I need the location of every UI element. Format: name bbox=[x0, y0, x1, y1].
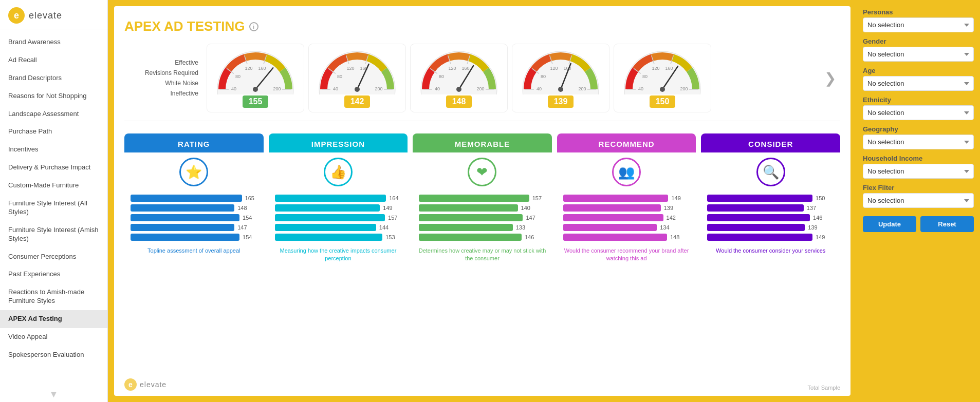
bar-row-recommend-0: 149 bbox=[563, 195, 690, 202]
filter-select-ethnicity[interactable]: No selection bbox=[863, 105, 974, 120]
bar-label-rating-0: 165 bbox=[245, 195, 257, 201]
bar-row-memorable-0: 157 bbox=[419, 195, 546, 202]
sidebar-item-reactions-to-amish-made-furniture-styles[interactable]: Reactions to Amish-made Furniture Styles bbox=[0, 283, 107, 310]
info-icon[interactable]: i bbox=[249, 22, 258, 31]
svg-point-13 bbox=[253, 87, 258, 92]
update-button[interactable]: Update bbox=[863, 216, 916, 232]
card-bars-consider: 150137146139149 bbox=[701, 192, 840, 244]
filter-select-flex_filter[interactable]: No selection bbox=[863, 193, 974, 208]
score-card-recommend: RECOMMEND👥149139142134148Would the consu… bbox=[557, 133, 696, 268]
card-icon-circle-consider: 🔍 bbox=[756, 158, 785, 186]
reset-button[interactable]: Reset bbox=[920, 216, 974, 232]
sidebar-item-video-appeal[interactable]: Video Appeal bbox=[0, 328, 107, 346]
card-icon-circle-impression: 👍 bbox=[324, 158, 353, 186]
bar-impression-2 bbox=[275, 214, 385, 221]
bar-label-impression-4: 153 bbox=[385, 234, 398, 240]
svg-text:80: 80 bbox=[439, 74, 444, 79]
filter-label-geography: Geography bbox=[863, 125, 974, 133]
svg-text:120: 120 bbox=[347, 66, 355, 71]
sidebar-item-consumer-perceptions[interactable]: Consumer Perceptions bbox=[0, 248, 107, 266]
filter-select-gender[interactable]: No selection bbox=[863, 47, 974, 62]
sidebar-item-furniture-style-interest-(all-styles)[interactable]: Furniture Style Interest (All Styles) bbox=[0, 195, 107, 221]
filter-label-household_income: Household Income bbox=[863, 155, 974, 162]
svg-text:120: 120 bbox=[652, 66, 660, 71]
gauge-card-4: 4080120160200 150 bbox=[614, 44, 711, 112]
bottom-logo-name: elevate bbox=[140, 380, 167, 389]
svg-text:40: 40 bbox=[537, 86, 542, 91]
bar-row-rating-1: 148 bbox=[131, 204, 257, 212]
svg-text:160: 160 bbox=[461, 66, 469, 71]
content-panel: APEX AD TESTING i Effective Revisions Re… bbox=[114, 6, 850, 396]
next-arrow[interactable]: ❯ bbox=[820, 70, 840, 87]
svg-text:80: 80 bbox=[337, 74, 342, 79]
bar-row-consider-0: 150 bbox=[707, 195, 834, 202]
bar-label-memorable-0: 157 bbox=[532, 195, 545, 201]
gauge-card-0: 4080120160200 155 bbox=[207, 44, 304, 112]
filter-select-geography[interactable]: No selection bbox=[863, 135, 974, 149]
filter-group-age: AgeNo selection bbox=[863, 67, 974, 91]
sidebar-item-delivery-&-purchase-impact[interactable]: Delivery & Purchase Impact bbox=[0, 159, 107, 177]
bar-recommend-1 bbox=[563, 204, 661, 212]
score-cards: RATING⭐165148154147154Topline assessment… bbox=[124, 133, 840, 268]
bar-consider-3 bbox=[707, 224, 805, 231]
bar-label-consider-2: 146 bbox=[813, 215, 825, 221]
bar-row-rating-0: 165 bbox=[131, 195, 257, 202]
gauge-value-3: 139 bbox=[548, 95, 574, 108]
bar-row-impression-3: 144 bbox=[275, 224, 402, 231]
svg-text:80: 80 bbox=[642, 74, 648, 79]
filter-select-age[interactable]: No selection bbox=[863, 76, 974, 91]
sidebar-item-spokesperson-evaluation[interactable]: Spokesperson Evaluation bbox=[0, 346, 107, 364]
legend-revisions: Revisions Required bbox=[124, 69, 198, 76]
card-icon-impression: 👍 bbox=[269, 152, 408, 192]
bar-label-consider-1: 137 bbox=[807, 205, 819, 211]
sidebar-item-apex-ad-testing[interactable]: APEX Ad Testing bbox=[0, 310, 107, 328]
filter-label-gender: Gender bbox=[863, 37, 974, 45]
sidebar-item-landscape-assessment[interactable]: Landscape Assessment bbox=[0, 105, 107, 123]
bar-label-rating-4: 154 bbox=[243, 234, 255, 240]
svg-text:200: 200 bbox=[476, 86, 484, 91]
bar-row-memorable-2: 147 bbox=[419, 214, 546, 221]
card-bars-memorable: 157140147133146 bbox=[413, 192, 552, 244]
sidebar-item-brand-descriptors[interactable]: Brand Descriptors bbox=[0, 69, 107, 87]
bar-label-consider-0: 150 bbox=[816, 195, 828, 201]
sidebar-item-ad-recall[interactable]: Ad Recall bbox=[0, 51, 107, 69]
sidebar-item-past-experiences[interactable]: Past Experiences bbox=[0, 265, 107, 283]
bar-label-impression-2: 157 bbox=[388, 215, 400, 221]
svg-text:200: 200 bbox=[273, 86, 281, 91]
card-desc-rating: Topline assessment of overall appeal bbox=[124, 244, 264, 260]
svg-text:200: 200 bbox=[375, 86, 382, 91]
bar-recommend-3 bbox=[563, 224, 657, 231]
card-header-consider: CONSIDER bbox=[701, 133, 840, 152]
bar-label-recommend-4: 148 bbox=[670, 234, 682, 240]
bar-rating-0 bbox=[131, 195, 242, 202]
svg-text:120: 120 bbox=[245, 66, 253, 71]
svg-point-27 bbox=[355, 87, 360, 92]
sidebar-item-custom-made-furniture[interactable]: Custom-Made Furniture bbox=[0, 177, 107, 195]
sidebar-item-furniture-style-interest-(amish-styles)[interactable]: Furniture Style Interest (Amish Styles) bbox=[0, 221, 107, 248]
page-title-text: APEX AD TESTING bbox=[124, 18, 245, 34]
legend-white-noise: White Noise bbox=[124, 80, 198, 87]
card-icon-memorable: ❤ bbox=[413, 152, 552, 192]
sidebar-item-purchase-path[interactable]: Purchase Path bbox=[0, 123, 107, 141]
filter-select-personas[interactable]: No selection bbox=[863, 17, 974, 32]
sidebar-item-reasons-for-not-shopping[interactable]: Reasons for Not Shopping bbox=[0, 87, 107, 105]
bar-row-impression-0: 164 bbox=[275, 195, 402, 202]
logo-icon: e bbox=[8, 7, 25, 24]
bar-row-rating-4: 154 bbox=[131, 234, 257, 241]
svg-text:120: 120 bbox=[550, 66, 558, 71]
card-header-impression: IMPRESSION bbox=[269, 133, 408, 152]
card-desc-impression: Measuring how the creative impacts consu… bbox=[269, 244, 408, 268]
bar-label-memorable-3: 133 bbox=[516, 224, 528, 231]
sidebar-item-incentives[interactable]: Incentives bbox=[0, 141, 107, 159]
filter-select-household_income[interactable]: No selection bbox=[863, 164, 974, 179]
sidebar-item-brand-awareness[interactable]: Brand Awareness bbox=[0, 33, 107, 51]
bar-row-rating-2: 154 bbox=[131, 214, 257, 221]
bar-row-impression-4: 153 bbox=[275, 234, 402, 241]
bar-consider-1 bbox=[707, 204, 803, 212]
total-sample: Total Sample bbox=[807, 385, 840, 391]
filter-group-geography: GeographyNo selection bbox=[863, 125, 974, 149]
bar-label-rating-1: 148 bbox=[237, 205, 250, 211]
gauge-wrapper-0: 4080120160200 bbox=[214, 48, 297, 94]
card-icon-circle-rating: ⭐ bbox=[179, 158, 208, 186]
filter-label-personas: Personas bbox=[863, 8, 974, 16]
